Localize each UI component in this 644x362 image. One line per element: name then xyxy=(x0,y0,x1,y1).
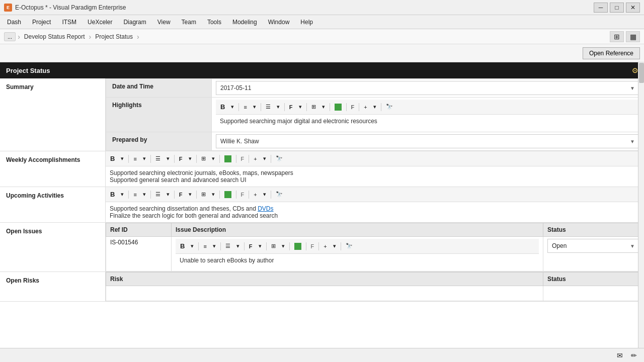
is-align-button[interactable]: ≡ xyxy=(201,242,209,251)
is-table-dropdown[interactable]: ▾ xyxy=(279,241,287,251)
wa-table-button[interactable]: ⊞ xyxy=(199,154,208,163)
menu-dash[interactable]: Dash xyxy=(2,17,26,28)
list-button[interactable]: ☰ xyxy=(263,102,273,112)
font-button[interactable]: F xyxy=(287,103,295,112)
is-list-dropdown[interactable]: ▾ xyxy=(234,241,242,251)
is-font-button[interactable]: F xyxy=(247,242,255,251)
weekly-line-2: Supported general search and advanced se… xyxy=(110,176,640,184)
is-bold-button[interactable]: B xyxy=(178,241,187,251)
menu-view[interactable]: View xyxy=(152,17,176,28)
issue-status-input[interactable]: Open ▼ xyxy=(547,239,639,253)
ua-align-dropdown[interactable]: ▾ xyxy=(140,190,148,199)
table-dropdown[interactable]: ▾ xyxy=(319,102,328,112)
is-plus-button[interactable]: + xyxy=(321,242,329,251)
menu-team[interactable]: Team xyxy=(177,17,201,28)
green-btn[interactable] xyxy=(332,102,344,112)
highlights-text[interactable]: Supported searching major digital and el… xyxy=(216,115,639,130)
settings-icon[interactable]: ⊙ xyxy=(632,66,638,74)
menu-modeling[interactable]: Modeling xyxy=(227,17,262,28)
ua-table-dropdown[interactable]: ▾ xyxy=(209,190,217,199)
issue-description-text[interactable]: Unable to search eBooks by author xyxy=(176,254,539,269)
list-view-button[interactable]: ▦ xyxy=(626,31,640,42)
maximize-button[interactable]: □ xyxy=(610,3,624,13)
ua-font-dropdown[interactable]: ▾ xyxy=(186,190,194,199)
is-list-button[interactable]: ☰ xyxy=(223,241,233,251)
is-binoculars-button[interactable]: 🔭 xyxy=(343,241,355,251)
ua-plus-button[interactable]: + xyxy=(251,190,259,199)
wa-font-button[interactable]: F xyxy=(177,154,185,163)
email-icon-button[interactable]: ✉ xyxy=(614,350,626,361)
ua-font-button[interactable]: F xyxy=(177,190,185,199)
wa-bold-dropdown[interactable]: ▾ xyxy=(118,154,126,163)
wa-align-button[interactable]: ≡ xyxy=(131,154,139,163)
breadcrumb-back-button[interactable]: ... xyxy=(4,32,16,41)
wa-binoculars-button[interactable]: 🔭 xyxy=(273,154,285,163)
open-issues-content: Ref ID Issue Description Status IS-00154… xyxy=(106,223,644,272)
align-button[interactable]: ≡ xyxy=(241,103,249,112)
wa-plus-dropdown[interactable]: ▾ xyxy=(261,154,269,163)
ua-list-dropdown[interactable]: ▾ xyxy=(164,190,172,199)
menu-uexceler[interactable]: UeXceler xyxy=(83,17,117,28)
menu-bar: Dash Project ITSM UeXceler Diagram View … xyxy=(0,15,644,29)
menu-window[interactable]: Window xyxy=(263,17,295,28)
upcoming-activities-text[interactable]: Supported searching dissertation and the… xyxy=(106,202,644,222)
wa-green-btn[interactable] xyxy=(222,154,234,164)
menu-help[interactable]: Help xyxy=(295,17,318,28)
weekly-line-1: Supported searching electronic journals,… xyxy=(110,169,640,176)
app-icon: E xyxy=(4,4,12,12)
scrollbar-track[interactable] xyxy=(638,62,644,348)
ua-table-button[interactable]: ⊞ xyxy=(199,190,208,199)
dvds-link[interactable]: DVDs xyxy=(258,205,273,212)
binoculars-button[interactable]: 🔭 xyxy=(383,102,395,112)
date-input[interactable]: 2017-05-11 ▼ xyxy=(216,81,639,95)
plus-button[interactable]: + xyxy=(361,103,369,112)
bold-dropdown[interactable]: ▾ xyxy=(228,102,236,112)
font-dropdown[interactable]: ▾ xyxy=(296,102,304,112)
list-dropdown[interactable]: ▾ xyxy=(274,102,282,112)
is-italic-button[interactable]: F xyxy=(308,242,317,251)
ua-binoculars-button[interactable]: 🔭 xyxy=(273,190,285,199)
wa-font-dropdown[interactable]: ▾ xyxy=(186,154,194,163)
scrollbar-thumb[interactable] xyxy=(639,63,644,83)
plus-dropdown[interactable]: ▾ xyxy=(371,102,379,112)
ua-green-btn[interactable] xyxy=(222,190,234,200)
upcoming-line-2: Finalize the search logic for both gener… xyxy=(110,212,640,219)
wa-bold-button[interactable]: B xyxy=(108,153,117,164)
ua-bold-button[interactable]: B xyxy=(108,189,117,200)
menu-tools[interactable]: Tools xyxy=(202,17,226,28)
wa-list-dropdown[interactable]: ▾ xyxy=(164,154,172,163)
italic-button[interactable]: F xyxy=(349,103,357,112)
ua-list-button[interactable]: ☰ xyxy=(153,190,163,199)
is-align-dropdown[interactable]: ▾ xyxy=(210,241,218,251)
grid-view-button[interactable]: ⊞ xyxy=(610,31,624,42)
prepared-by-input[interactable]: Willie K. Shaw ▼ xyxy=(216,134,639,148)
is-bold-dropdown[interactable]: ▾ xyxy=(188,241,196,251)
weekly-accomplishments-content: B ▾ ≡ ▾ ☰ ▾ F ▾ ⊞ ▾ F + ▾ xyxy=(106,151,644,187)
ua-plus-dropdown[interactable]: ▾ xyxy=(261,190,269,199)
menu-diagram[interactable]: Diagram xyxy=(118,17,151,28)
table-button[interactable]: ⊞ xyxy=(309,102,318,112)
breadcrumb-develop-status[interactable]: Develop Status Report xyxy=(22,32,87,41)
breadcrumb-project-status[interactable]: Project Status xyxy=(93,32,135,41)
minimize-button[interactable]: ─ xyxy=(594,3,608,13)
wa-plus-button[interactable]: + xyxy=(251,154,259,163)
menu-itsm[interactable]: ITSM xyxy=(57,17,82,28)
is-green-btn[interactable] xyxy=(292,241,304,251)
is-plus-dropdown[interactable]: ▾ xyxy=(331,241,339,251)
is-table-button[interactable]: ⊞ xyxy=(269,241,278,251)
is-font-dropdown[interactable]: ▾ xyxy=(256,241,264,251)
wa-table-dropdown[interactable]: ▾ xyxy=(209,154,217,163)
menu-project[interactable]: Project xyxy=(27,17,56,28)
wa-italic-button[interactable]: F xyxy=(238,154,247,163)
align-dropdown[interactable]: ▾ xyxy=(251,102,259,112)
ua-align-button[interactable]: ≡ xyxy=(131,190,139,199)
wa-align-dropdown[interactable]: ▾ xyxy=(140,154,148,163)
close-button[interactable]: ✕ xyxy=(626,3,640,13)
bold-button[interactable]: B xyxy=(218,102,227,112)
ua-bold-dropdown[interactable]: ▾ xyxy=(118,190,126,199)
edit-icon-button[interactable]: ✏ xyxy=(628,350,640,361)
open-reference-button[interactable]: Open Reference xyxy=(583,47,640,59)
ua-italic-button[interactable]: F xyxy=(238,190,247,199)
wa-list-button[interactable]: ☰ xyxy=(153,154,163,163)
weekly-accomplishments-text[interactable]: Supported searching electronic journals,… xyxy=(106,166,644,187)
